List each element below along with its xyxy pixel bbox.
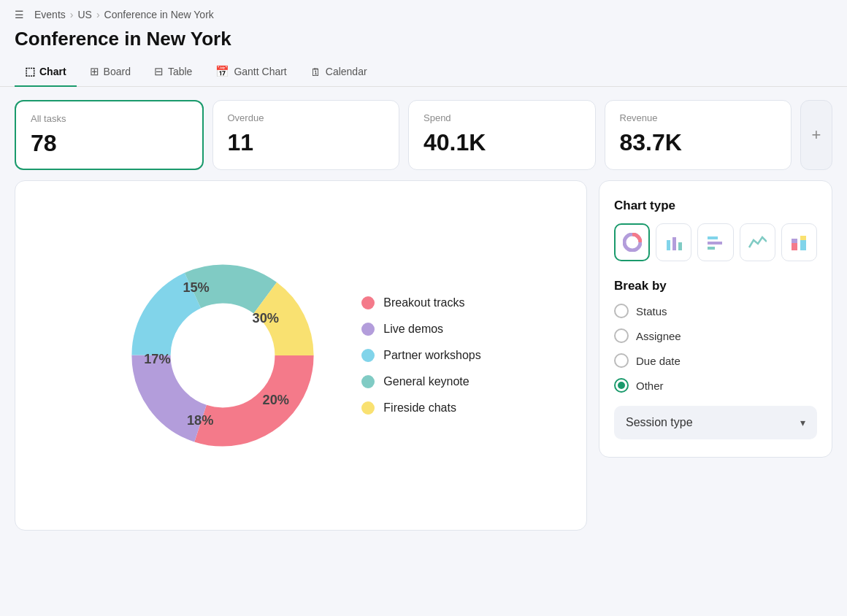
pct-keynote: 17% [144, 352, 170, 366]
session-type-dropdown[interactable]: Session type ▾ [614, 406, 817, 439]
svg-rect-10 [800, 236, 806, 240]
chart-type-stacked[interactable] [781, 223, 817, 261]
legend-breakout: Breakout tracks [361, 296, 480, 309]
add-metric-button[interactable]: + [800, 100, 832, 170]
radio-label-due-date: Due date [636, 355, 681, 367]
pct-breakout: 30% [253, 311, 279, 326]
pct-livedemos: 20% [263, 393, 289, 407]
tab-table-label: Table [168, 66, 192, 77]
gantt-tab-icon: 📅 [215, 65, 229, 78]
break-by-title: Break by [614, 279, 817, 293]
breadcrumb-conference[interactable]: Conference in New York [104, 9, 214, 20]
radio-circle-other [614, 378, 629, 393]
metric-all-tasks[interactable]: All tasks 78 [15, 100, 204, 170]
tab-board[interactable]: ⊞ Board [80, 59, 141, 87]
svg-rect-5 [708, 242, 722, 245]
hbar-icon [706, 233, 725, 252]
chart-area: 30% 20% 18% 17% 15% Breakout tracks [120, 253, 480, 458]
chevron-down-icon: ▾ [800, 417, 805, 428]
breadcrumb-sep-2: › [96, 9, 100, 20]
metric-revenue[interactable]: Revenue 83.7K [605, 100, 792, 170]
main-content: 30% 20% 18% 17% 15% Breakout tracks [0, 180, 847, 545]
metric-all-tasks-value: 78 [31, 130, 188, 157]
metric-overdue-value: 11 [228, 129, 385, 156]
chart-type-hbar[interactable] [697, 223, 733, 261]
breadcrumb-events[interactable]: Events [34, 9, 66, 20]
dropdown-value: Session type [626, 416, 693, 429]
pct-fireside: 15% [183, 280, 210, 295]
svg-rect-9 [800, 240, 806, 250]
chart-legend: Breakout tracks Live demos Partner works… [361, 296, 480, 415]
pct-partner: 18% [187, 413, 213, 428]
breadcrumb-us[interactable]: US [77, 9, 91, 20]
legend-dot-partner [361, 349, 375, 362]
legend-dot-keynote [361, 375, 375, 388]
tab-chart-label: Chart [39, 66, 66, 77]
table-tab-icon: ⊟ [154, 65, 164, 78]
tab-gantt[interactable]: 📅 Gantt Chart [205, 59, 296, 87]
legend-dot-breakout [361, 296, 375, 309]
chart-type-donut[interactable] [614, 223, 650, 261]
legend-dot-live-demos [361, 323, 375, 336]
metric-all-tasks-label: All tasks [31, 113, 188, 124]
metric-revenue-label: Revenue [620, 112, 777, 123]
tab-bar: ⬚ Chart ⊞ Board ⊟ Table 📅 Gantt Chart 🗓 … [0, 59, 847, 87]
line-icon [748, 233, 767, 252]
metric-spend[interactable]: Spend 40.1K [408, 100, 596, 170]
donut-svg: 30% 20% 18% 17% 15% [120, 253, 325, 458]
metric-revenue-value: 83.7K [620, 129, 777, 156]
stacked-icon [789, 233, 808, 252]
radio-label-status: Status [636, 305, 667, 317]
break-by-options: Status Assignee Due date Other [614, 304, 817, 393]
radio-label-assignee: Assignee [636, 330, 681, 342]
svg-rect-1 [667, 240, 670, 250]
radio-assignee[interactable]: Assignee [614, 328, 817, 343]
chart-type-line[interactable] [740, 223, 775, 261]
svg-rect-6 [708, 247, 715, 250]
svg-rect-8 [792, 239, 797, 243]
radio-status[interactable]: Status [614, 304, 817, 318]
tab-board-label: Board [104, 66, 131, 77]
svg-rect-2 [672, 237, 676, 250]
breadcrumb: ☰ Events › US › Conference in New York [0, 0, 847, 25]
tab-chart[interactable]: ⬚ Chart [15, 59, 77, 87]
radio-label-other: Other [636, 380, 664, 392]
calendar-tab-icon: 🗓 [310, 66, 321, 78]
metrics-row: All tasks 78 Overdue 11 Spend 40.1K Reve… [0, 87, 847, 180]
legend-label-partner: Partner workshops [383, 349, 480, 362]
breadcrumb-sep-1: › [70, 9, 74, 20]
metric-overdue-label: Overdue [228, 112, 385, 123]
tab-table[interactable]: ⊟ Table [144, 59, 202, 87]
donut-chart: 30% 20% 18% 17% 15% [120, 253, 325, 458]
legend-label-breakout: Breakout tracks [383, 296, 464, 309]
radio-circle-assignee [614, 328, 629, 343]
svg-rect-4 [708, 236, 718, 239]
radio-circle-status [614, 304, 629, 318]
legend-live-demos: Live demos [361, 323, 480, 336]
radio-inner-other [618, 382, 625, 389]
svg-rect-7 [792, 243, 797, 250]
metric-overdue[interactable]: Overdue 11 [212, 100, 400, 170]
donut-icon [623, 233, 642, 252]
board-tab-icon: ⊞ [90, 65, 99, 78]
bar-icon [664, 233, 683, 252]
tab-calendar[interactable]: 🗓 Calendar [300, 60, 377, 87]
radio-other[interactable]: Other [614, 378, 817, 393]
legend-label-fireside: Fireside chats [383, 401, 456, 415]
chart-tab-icon: ⬚ [25, 65, 35, 78]
legend-keynote: General keynote [361, 375, 480, 388]
sidebar-panel: Chart type [599, 180, 832, 531]
radio-due-date[interactable]: Due date [614, 353, 817, 368]
menu-icon[interactable]: ☰ [15, 9, 24, 20]
metric-spend-value: 40.1K [424, 129, 580, 156]
tab-gantt-label: Gantt Chart [234, 66, 286, 77]
sidebar-inner: Chart type [599, 180, 832, 458]
radio-circle-due-date [614, 353, 629, 368]
svg-rect-3 [678, 242, 682, 250]
legend-partner: Partner workshops [361, 349, 480, 362]
legend-fireside: Fireside chats [361, 401, 480, 415]
chart-type-title: Chart type [614, 199, 817, 213]
legend-dot-fireside [361, 401, 375, 415]
chart-type-bar[interactable] [656, 223, 691, 261]
chart-panel: 30% 20% 18% 17% 15% Breakout tracks [15, 180, 587, 531]
